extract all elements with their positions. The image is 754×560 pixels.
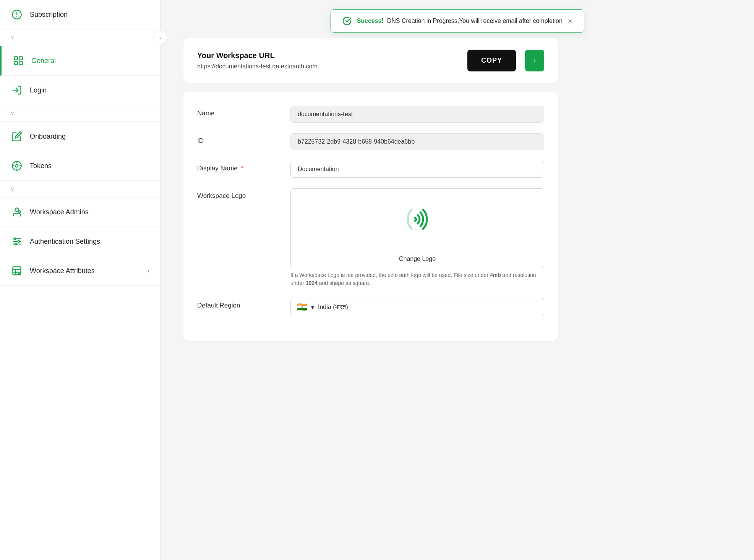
subscription-label: Subscription <box>30 11 68 19</box>
collapse-icon: ‹ <box>159 34 161 40</box>
sidebar-item-auth-settings[interactable]: Authentication Settings <box>0 227 160 256</box>
toast-close-button[interactable]: × <box>568 17 572 26</box>
svg-rect-3 <box>15 57 18 60</box>
general-icon <box>12 55 24 67</box>
region-value: India (भारत) <box>318 304 348 311</box>
onboarding-label: Onboarding <box>30 133 66 141</box>
name-row: Name <box>197 106 544 123</box>
id-label: ID <box>197 133 281 145</box>
svg-rect-4 <box>19 57 22 60</box>
region-flag-icon: 🇮🇳 <box>297 302 307 312</box>
sidebar-item-subscription[interactable]: Subscription <box>0 0 160 29</box>
main-content: Success! DNS Creation in Progress,You wi… <box>161 0 754 560</box>
sidebar-item-onboarding[interactable]: Onboarding <box>0 122 160 151</box>
workspace-logo-row: Workspace Logo <box>197 188 544 287</box>
sidebar-section-chevron-1[interactable]: ∨ <box>0 29 160 46</box>
name-label: Name <box>197 106 281 117</box>
toast-message: DNS Creation in Progress,You will receiv… <box>387 18 563 24</box>
svg-point-9 <box>16 165 18 167</box>
sidebar-section-chevron-2[interactable]: ∨ <box>0 105 160 122</box>
workspace-admins-icon <box>11 206 23 218</box>
default-region-row: Default Region 🇮🇳 ▾ India (भारत) <box>197 298 544 316</box>
auth-settings-label: Authentication Settings <box>30 238 100 246</box>
logo-container: Change Logo <box>290 188 544 268</box>
login-label: Login <box>30 86 47 94</box>
svg-point-21 <box>15 243 17 245</box>
change-logo-button[interactable]: Change Logo <box>291 250 544 268</box>
id-row: ID <box>197 133 544 150</box>
workspace-logo-label: Workspace Logo <box>197 188 281 200</box>
default-region-label: Default Region <box>197 298 281 309</box>
svg-point-19 <box>14 238 16 240</box>
form-card: Name ID Display Name * Workspace Logo <box>183 92 558 341</box>
toast-success-icon <box>342 16 351 26</box>
chevron-down-icon-3: ∨ <box>11 186 15 192</box>
svg-point-26 <box>18 273 20 275</box>
toast-text: Success! DNS Creation in Progress,You wi… <box>357 18 562 24</box>
tokens-icon <box>11 160 23 172</box>
logo-hint: If a Workspace Logo is not provided, the… <box>290 271 544 287</box>
workspace-attributes-chevron: › <box>148 267 149 274</box>
workspace-admins-label: Workspace Admins <box>30 208 89 216</box>
workspace-url-title: Your Workspace URL <box>197 51 458 60</box>
display-name-input[interactable] <box>290 161 544 178</box>
svg-point-14 <box>15 208 18 212</box>
workspace-attributes-icon <box>11 265 23 277</box>
sidebar-item-tokens[interactable]: Tokens <box>0 151 160 181</box>
sidebar-item-workspace-attributes[interactable]: Workspace Attributes › <box>0 256 160 286</box>
sidebar: Subscription ∨ General Login ∨ <box>0 0 161 560</box>
sidebar-item-login[interactable]: Login <box>0 76 160 105</box>
tokens-label: Tokens <box>30 162 52 170</box>
login-icon <box>11 84 23 96</box>
workspace-url-value: https://documentations-test.qa.eztoauth.… <box>197 63 458 70</box>
workspace-url-info: Your Workspace URL https://documentation… <box>197 51 458 70</box>
general-label: General <box>31 57 56 65</box>
display-name-row: Display Name * <box>197 161 544 178</box>
subscription-icon <box>11 8 23 21</box>
auth-settings-icon <box>11 235 23 248</box>
region-select[interactable]: 🇮🇳 ▾ India (भारत) <box>290 298 544 316</box>
name-input[interactable] <box>290 106 544 123</box>
required-indicator: * <box>239 165 243 172</box>
sidebar-item-general[interactable]: General <box>0 46 160 76</box>
sidebar-section-chevron-3[interactable]: ∨ <box>0 181 160 197</box>
toast-success-label: Success! <box>357 18 383 24</box>
sidebar-item-workspace-admins[interactable]: Workspace Admins <box>0 197 160 227</box>
chevron-down-icon-1: ∨ <box>11 35 15 40</box>
workspace-action-button[interactable]: › <box>525 50 544 71</box>
region-dropdown-arrow: ▾ <box>311 304 314 311</box>
id-input[interactable] <box>290 133 544 150</box>
content-area: Your Workspace URL https://documentation… <box>161 0 581 364</box>
chevron-down-icon-2: ∨ <box>11 110 15 116</box>
workspace-attributes-label: Workspace Attributes <box>30 267 95 275</box>
workspace-url-card: Your Workspace URL https://documentation… <box>183 38 558 83</box>
svg-rect-6 <box>19 62 22 65</box>
display-name-label: Display Name * <box>197 161 281 172</box>
logo-preview-area <box>291 189 544 250</box>
svg-point-20 <box>18 241 19 243</box>
ezto-logo-icon <box>402 204 433 235</box>
copy-button[interactable]: COPY <box>467 50 516 71</box>
onboarding-icon <box>11 130 23 142</box>
toast-notification: Success! DNS Creation in Progress,You wi… <box>330 9 584 33</box>
sidebar-collapse-button[interactable]: ‹ <box>153 31 167 44</box>
svg-rect-5 <box>15 62 18 65</box>
